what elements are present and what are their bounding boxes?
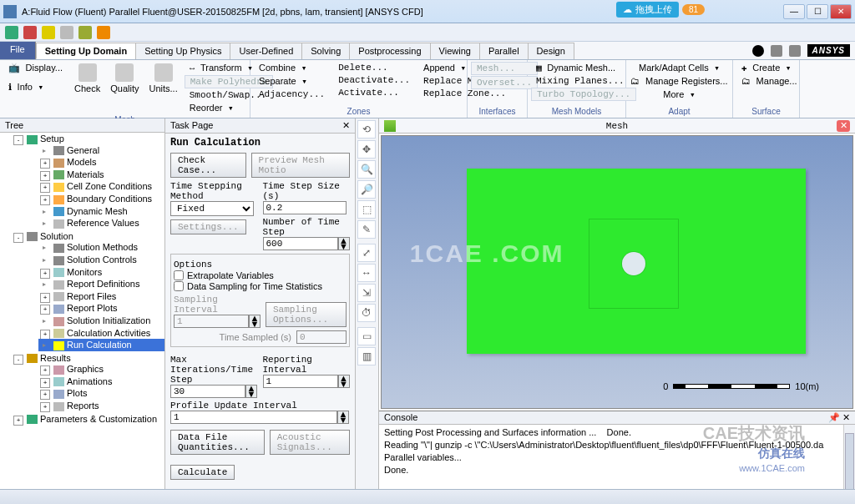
- qat-icon-1[interactable]: [5, 26, 18, 39]
- tree-dynamic-mesh[interactable]: Dynamic Mesh: [38, 205, 164, 218]
- zoom-in-icon[interactable]: 🔍: [357, 160, 376, 179]
- activate-button[interactable]: Activate...: [333, 87, 415, 98]
- datasampling-check[interactable]: [174, 281, 184, 291]
- qat-icon-4[interactable]: [60, 26, 73, 39]
- tree-params[interactable]: Parameters & Customization: [12, 413, 164, 426]
- check-case-button[interactable]: Check Case...: [170, 153, 246, 178]
- tree-materials[interactable]: Materials: [38, 169, 164, 181]
- more-button[interactable]: More ▾: [658, 88, 700, 101]
- viewport-close-icon[interactable]: ✕: [837, 120, 850, 132]
- upload-button[interactable]: ☁ 拖拽上传: [616, 2, 679, 18]
- tab-viewing[interactable]: Viewing: [430, 43, 480, 59]
- adjacency-button[interactable]: Adjacency...: [254, 88, 330, 100]
- separate-button[interactable]: Separate ▾: [254, 75, 330, 88]
- fit-icon[interactable]: ⤢: [357, 244, 376, 262]
- create-button[interactable]: ✚ Create ▾: [736, 62, 802, 74]
- layout2-icon[interactable]: ▥: [357, 347, 376, 365]
- pan-icon[interactable]: ✥: [357, 140, 376, 159]
- display-button[interactable]: 📺 Display...: [3, 62, 68, 74]
- quality-button[interactable]: Quality: [107, 62, 142, 114]
- window-titlebar: A:Fluid Flow (Fluent) Parallel Fluent@US…: [0, 0, 855, 23]
- tss-input[interactable]: [263, 201, 347, 214]
- profile-input[interactable]: [170, 411, 337, 424]
- repint-input[interactable]: [263, 375, 338, 388]
- tree-graphics[interactable]: Graphics: [38, 363, 164, 375]
- probe-icon[interactable]: ✎: [357, 220, 376, 239]
- extrapolate-check[interactable]: [174, 270, 184, 280]
- tab-parallel[interactable]: Parallel: [479, 43, 529, 59]
- tree-results[interactable]: Results Graphics Animations Plots Report…: [12, 352, 164, 413]
- rotate-icon[interactable]: ⟲: [357, 120, 376, 139]
- delete-button[interactable]: Delete...: [333, 62, 415, 73]
- dfq-button[interactable]: Data File Quantities...: [170, 430, 265, 455]
- tree-report-files[interactable]: Report Files: [38, 290, 164, 303]
- tree-monitors[interactable]: Monitors: [38, 266, 164, 279]
- tree-setup[interactable]: Setup General Models Materials Cell Zone…: [12, 133, 164, 230]
- check-button[interactable]: Check: [71, 62, 104, 114]
- tree-general[interactable]: General: [38, 144, 164, 157]
- dynamic-mesh-button[interactable]: ▦ Dynamic Mesh...: [531, 62, 636, 74]
- console-scrollbar[interactable]: [843, 425, 855, 489]
- file-menu[interactable]: File: [0, 42, 36, 59]
- nts-input[interactable]: [263, 237, 338, 250]
- repint-spin[interactable]: ▲▼: [338, 375, 350, 388]
- tsm-select[interactable]: Fixed: [170, 201, 254, 216]
- mark-cells-button[interactable]: Mark/Adapt Cells ▾: [634, 62, 725, 74]
- axis-icon[interactable]: ⇲: [357, 284, 376, 302]
- combine-button[interactable]: Combine ▾: [254, 62, 330, 74]
- manage-reg-button[interactable]: 🗂 Manage Registers...: [625, 75, 732, 88]
- calculate-button[interactable]: Calculate: [170, 465, 235, 480]
- info-button[interactable]: ℹ Info ▾: [3, 81, 68, 93]
- minimize-button[interactable]: —: [783, 4, 805, 19]
- close-button[interactable]: ✕: [830, 4, 852, 19]
- box-zoom-icon[interactable]: ⬚: [357, 200, 376, 219]
- qat-icon-2[interactable]: [23, 26, 37, 39]
- tree-calc-act[interactable]: Calculation Activities: [38, 327, 164, 340]
- tree-plots[interactable]: Plots: [38, 387, 164, 400]
- console-close-icon[interactable]: ✕: [842, 412, 850, 422]
- upload-badge: 81: [682, 4, 705, 15]
- tree-sol-methods[interactable]: Solution Methods: [38, 241, 164, 254]
- tree-report-plots[interactable]: Report Plots: [38, 302, 164, 315]
- deactivate-button[interactable]: Deactivate...: [333, 74, 415, 86]
- timer-icon[interactable]: ⏱: [357, 304, 376, 322]
- nts-spin[interactable]: ▲▼: [338, 237, 350, 250]
- tree-report-def[interactable]: Report Definitions: [38, 278, 164, 290]
- help-icon[interactable]: [771, 45, 782, 57]
- mixing-planes-button[interactable]: Mixing Planes...: [531, 75, 636, 87]
- maxit-spin[interactable]: ▲▼: [245, 385, 257, 398]
- measure-icon[interactable]: ↔: [357, 264, 376, 282]
- qat-icon-3[interactable]: [42, 26, 55, 39]
- manage-button[interactable]: 🗂 Manage...: [736, 75, 802, 88]
- ribbon-tabs: File Setting Up Domain Setting Up Physic…: [0, 42, 855, 60]
- tree-animations[interactable]: Animations: [38, 375, 164, 388]
- tree-sol-controls[interactable]: Solution Controls: [38, 254, 164, 266]
- tree-solution[interactable]: Solution Solution Methods Solution Contr…: [12, 230, 164, 352]
- tree-models[interactable]: Models: [38, 156, 164, 169]
- mesh-viewport[interactable]: 1CAE .COM 0 10(m): [381, 135, 853, 409]
- tab-setting-domain[interactable]: Setting Up Domain: [36, 43, 136, 59]
- tab-design[interactable]: Design: [528, 43, 574, 59]
- tab-setting-physics[interactable]: Setting Up Physics: [135, 43, 230, 59]
- tree-run-calc[interactable]: Run Calculation: [38, 339, 164, 351]
- tree-sol-init[interactable]: Solution Initialization: [38, 315, 164, 327]
- task-close-icon[interactable]: ✕: [342, 120, 350, 131]
- tree-boundary[interactable]: Boundary Conditions: [38, 193, 164, 205]
- qat-icon-6[interactable]: [97, 26, 110, 39]
- profile-spin[interactable]: ▲▼: [337, 411, 349, 424]
- tree-reports[interactable]: Reports: [38, 400, 164, 412]
- units-button[interactable]: Units...: [145, 62, 180, 114]
- tab-solving[interactable]: Solving: [301, 43, 350, 59]
- tab-user-defined[interactable]: User-Defined: [230, 43, 302, 59]
- tab-postprocessing[interactable]: Postprocessing: [349, 43, 430, 59]
- layout-icon[interactable]: [789, 45, 801, 57]
- maximize-button[interactable]: ☐: [807, 4, 828, 19]
- maxit-input[interactable]: [170, 385, 245, 398]
- expand-icon[interactable]: [752, 45, 764, 57]
- console-pin-icon[interactable]: 📌: [828, 412, 840, 422]
- qat-icon-5[interactable]: [78, 26, 92, 39]
- zoom-out-icon[interactable]: 🔎: [357, 180, 376, 199]
- tree-reference[interactable]: Reference Values: [38, 217, 164, 229]
- layout1-icon[interactable]: ▭: [357, 327, 376, 345]
- tree-cell-zone[interactable]: Cell Zone Conditions: [38, 180, 164, 193]
